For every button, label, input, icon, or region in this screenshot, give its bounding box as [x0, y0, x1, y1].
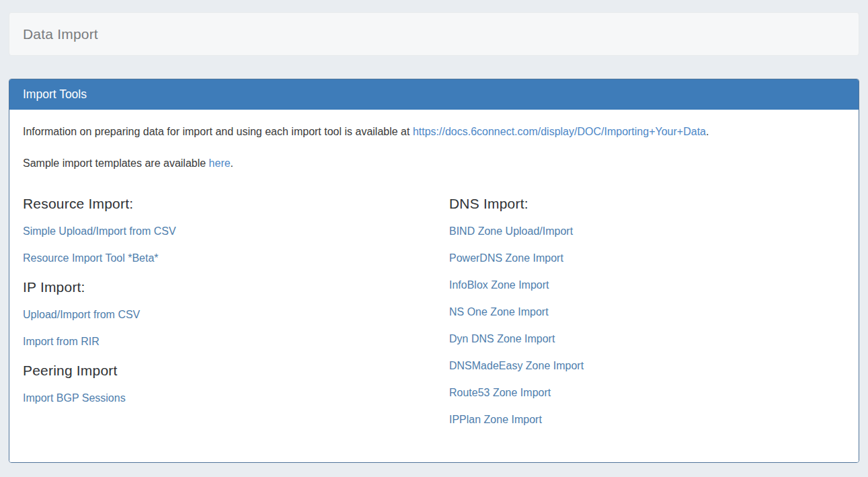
import-link-row: DNSMadeEasy Zone Import — [449, 359, 845, 373]
intro-line-2: Sample import templates are available he… — [23, 156, 845, 171]
page-title-bar: Data Import — [9, 12, 859, 56]
import-tool-link[interactable]: InfoBlox Zone Import — [449, 279, 549, 291]
import-tool-link[interactable]: Resource Import Tool *Beta* — [23, 252, 159, 264]
panel-header: Import Tools — [9, 79, 859, 110]
import-section: Peering ImportImport BGP Sessions — [23, 361, 449, 406]
panel-title: Import Tools — [23, 87, 87, 102]
import-tools-panel: Import Tools Information on preparing da… — [9, 79, 859, 463]
import-link-row: Upload/Import from CSV — [23, 307, 449, 322]
import-tool-link[interactable]: DNSMadeEasy Zone Import — [449, 360, 584, 371]
intro-line-1: Information on preparing data for import… — [23, 124, 845, 139]
section-heading: Peering Import — [23, 361, 449, 380]
import-section: DNS Import:BIND Zone Upload/ImportPowerD… — [449, 194, 845, 427]
import-link-row: IPPlan Zone Import — [449, 412, 845, 427]
templates-here-link[interactable]: here — [209, 157, 231, 169]
docs-url-link[interactable]: https://docs.6connect.com/display/DOC/Im… — [413, 126, 706, 137]
import-section: Resource Import:Simple Upload/Import fro… — [23, 194, 449, 266]
import-tool-link[interactable]: Dyn DNS Zone Import — [449, 333, 555, 344]
page-title: Data Import — [23, 26, 98, 42]
import-tool-link[interactable]: Import from RIR — [23, 336, 100, 347]
import-column-left: Resource Import:Simple Upload/Import fro… — [23, 194, 449, 439]
import-link-row: Resource Import Tool *Beta* — [23, 251, 449, 266]
import-section: IP Import:Upload/Import from CSVImport f… — [23, 278, 449, 349]
import-tool-link[interactable]: NS One Zone Import — [449, 306, 549, 318]
import-tool-link[interactable]: Import BGP Sessions — [23, 392, 126, 404]
section-heading: Resource Import: — [23, 194, 449, 213]
import-link-row: Route53 Zone Import — [449, 386, 845, 400]
import-link-row: NS One Zone Import — [449, 305, 845, 320]
import-column-right: DNS Import:BIND Zone Upload/ImportPowerD… — [449, 194, 845, 439]
import-tool-link[interactable]: PowerDNS Zone Import — [449, 252, 563, 264]
section-heading: IP Import: — [23, 278, 449, 297]
import-link-row: InfoBlox Zone Import — [449, 278, 845, 293]
intro-line-1-suffix: . — [706, 126, 709, 137]
section-heading: DNS Import: — [449, 194, 845, 213]
import-tool-link[interactable]: Upload/Import from CSV — [23, 309, 140, 320]
intro-line-1-prefix: Information on preparing data for import… — [23, 126, 413, 137]
import-link-row: BIND Zone Upload/Import — [449, 224, 845, 239]
import-link-row: PowerDNS Zone Import — [449, 251, 845, 266]
intro-line-2-prefix: Sample import templates are available — [23, 157, 209, 169]
import-tool-link[interactable]: Simple Upload/Import from CSV — [23, 225, 176, 237]
import-tool-link[interactable]: IPPlan Zone Import — [449, 414, 542, 425]
import-link-row: Simple Upload/Import from CSV — [23, 224, 449, 239]
import-link-row: Import from RIR — [23, 334, 449, 349]
panel-body: Information on preparing data for import… — [9, 110, 859, 462]
intro-line-2-suffix: . — [231, 157, 233, 169]
import-link-row: Import BGP Sessions — [23, 391, 449, 406]
import-tool-link[interactable]: Route53 Zone Import — [449, 387, 551, 398]
import-link-row: Dyn DNS Zone Import — [449, 332, 845, 346]
import-tool-link[interactable]: BIND Zone Upload/Import — [449, 225, 573, 237]
import-columns: Resource Import:Simple Upload/Import fro… — [23, 194, 845, 439]
